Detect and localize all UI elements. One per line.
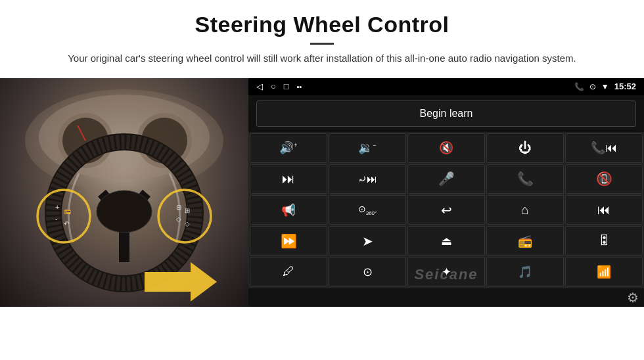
steering-wheel-svg: + - 📻 ↶ ⊟ ◇ ⊞ ◇ xyxy=(0,78,248,307)
vol-up-icon: 🔊+ xyxy=(279,141,297,155)
status-time: 15:52 xyxy=(614,81,636,91)
prev-track-icon: 📞⏮ xyxy=(591,141,617,155)
svg-text:⊟: ⊟ xyxy=(176,204,181,211)
bluetooth-icon: ✦ xyxy=(442,265,451,279)
prev-chapter-icon: ⏮ xyxy=(597,202,610,217)
mic-icon: 🎤 xyxy=(438,171,455,187)
eject-icon: ⏏ xyxy=(441,234,452,248)
svg-text:+: + xyxy=(55,203,59,211)
svg-text:◇: ◇ xyxy=(176,215,181,223)
home-circle-icon[interactable]: ○ xyxy=(271,81,276,91)
svg-text:◇: ◇ xyxy=(185,220,190,227)
waveform-icon: 📶 xyxy=(597,265,611,279)
equalizer-button[interactable]: 🎛 xyxy=(565,226,643,256)
skip-next-icon: ⏭ xyxy=(282,171,295,187)
skip-next-button[interactable]: ⏭ xyxy=(250,164,327,194)
begin-learn-row: Begin learn xyxy=(248,95,644,132)
svg-point-11 xyxy=(97,191,152,233)
vol-down-button[interactable]: 🔉− xyxy=(329,133,406,163)
speaker-icon: 📢 xyxy=(281,203,296,217)
vol-mute-button[interactable]: 🔇 xyxy=(407,133,485,163)
control-grid: 🔊+ 🔉− 🔇 ⏻ 📞⏮ ⏭ xyxy=(248,132,644,288)
phone-button[interactable]: 📞 xyxy=(486,164,564,194)
forward-back-icon: ⤾⏭ xyxy=(358,173,377,185)
navigate-icon: ➤ xyxy=(362,233,373,249)
home-button[interactable]: ⌂ xyxy=(486,195,564,225)
begin-learn-button[interactable]: Begin learn xyxy=(256,101,636,127)
mic2-button[interactable]: 🖊 xyxy=(250,257,327,286)
back-arrow-icon[interactable]: ◁ xyxy=(256,81,263,91)
status-icons-left: ◁ ○ □ ▪▪ xyxy=(256,81,302,91)
vol-mute-icon: 🔇 xyxy=(439,141,453,155)
speaker-button[interactable]: 📢 xyxy=(250,195,327,225)
power-icon: ⏻ xyxy=(518,141,532,156)
location-status-icon: ⊙ xyxy=(589,82,596,91)
eject-button[interactable]: ⏏ xyxy=(407,226,485,256)
radio-button[interactable]: 📻 xyxy=(486,226,564,256)
hang-up-icon: 📵 xyxy=(596,171,612,187)
settings-gear-button[interactable]: ⚙ xyxy=(627,290,639,305)
phone-icon: 📞 xyxy=(517,171,534,187)
svg-text:📻: 📻 xyxy=(64,207,72,215)
vol-down-icon: 🔉− xyxy=(358,141,376,155)
android-panel-wrapper: ◁ ○ □ ▪▪ 📞 ⊙ ▼ 15:52 Begin learn xyxy=(248,78,644,307)
music-icon: 🎵 xyxy=(518,265,532,279)
settings-area: ⚙ xyxy=(248,288,644,307)
music-button[interactable]: 🎵 xyxy=(486,257,564,286)
svg-text:-: - xyxy=(55,215,57,223)
back-button[interactable]: ↩ xyxy=(407,195,485,225)
svg-text:↶: ↶ xyxy=(64,220,69,227)
page-title: Steering Wheel Control xyxy=(26,12,618,37)
content-row: + - 📻 ↶ ⊟ ◇ ⊞ ◇ ◁ ○ xyxy=(0,78,644,307)
mic-button[interactable]: 🎤 xyxy=(407,164,485,194)
android-panel: ◁ ○ □ ▪▪ 📞 ⊙ ▼ 15:52 Begin learn xyxy=(248,78,644,307)
prev-chapter-button[interactable]: ⏮ xyxy=(565,195,643,225)
settings-dot-icon: ⊙ xyxy=(363,265,373,279)
forward-back-button[interactable]: ⤾⏭ xyxy=(329,164,406,194)
hang-up-button[interactable]: 📵 xyxy=(565,164,643,194)
status-icons-right: 📞 ⊙ ▼ 15:52 xyxy=(574,81,636,91)
battery-signal-icon: ▪▪ xyxy=(297,83,302,91)
title-divider xyxy=(310,43,334,45)
prev-track-button[interactable]: 📞⏮ xyxy=(565,133,643,163)
navigate-button[interactable]: ➤ xyxy=(329,226,406,256)
vol-up-button[interactable]: 🔊+ xyxy=(250,133,327,163)
header-section: Steering Wheel Control Your original car… xyxy=(0,0,644,72)
power-button[interactable]: ⏻ xyxy=(486,133,564,163)
home-icon: ⌂ xyxy=(521,202,529,217)
subtitle-text: Your original car's steering wheel contr… xyxy=(53,51,591,66)
recents-icon[interactable]: □ xyxy=(284,81,289,91)
page-container: Steering Wheel Control Your original car… xyxy=(0,0,644,360)
back-icon: ↩ xyxy=(441,202,452,218)
fast-forward-icon: ⏩ xyxy=(281,233,297,249)
svg-text:⊞: ⊞ xyxy=(185,207,190,214)
360-cam-button[interactable]: ⊙360° xyxy=(329,195,406,225)
equalizer-icon: 🎛 xyxy=(598,234,610,248)
360-cam-icon: ⊙360° xyxy=(358,204,377,216)
bluetooth-button[interactable]: ✦ xyxy=(407,257,485,286)
fast-forward-button[interactable]: ⏩ xyxy=(250,226,327,256)
status-bar: ◁ ○ □ ▪▪ 📞 ⊙ ▼ 15:52 xyxy=(248,78,644,95)
wifi-status-icon: ▼ xyxy=(601,82,609,91)
phone-status-icon: 📞 xyxy=(574,82,584,91)
waveform-button[interactable]: 📶 xyxy=(565,257,643,286)
steering-wheel-panel: + - 📻 ↶ ⊟ ◇ ⊞ ◇ xyxy=(0,78,248,307)
settings-dot-button[interactable]: ⊙ xyxy=(329,257,406,286)
radio-icon: 📻 xyxy=(518,234,532,248)
mic2-icon: 🖊 xyxy=(283,265,294,279)
